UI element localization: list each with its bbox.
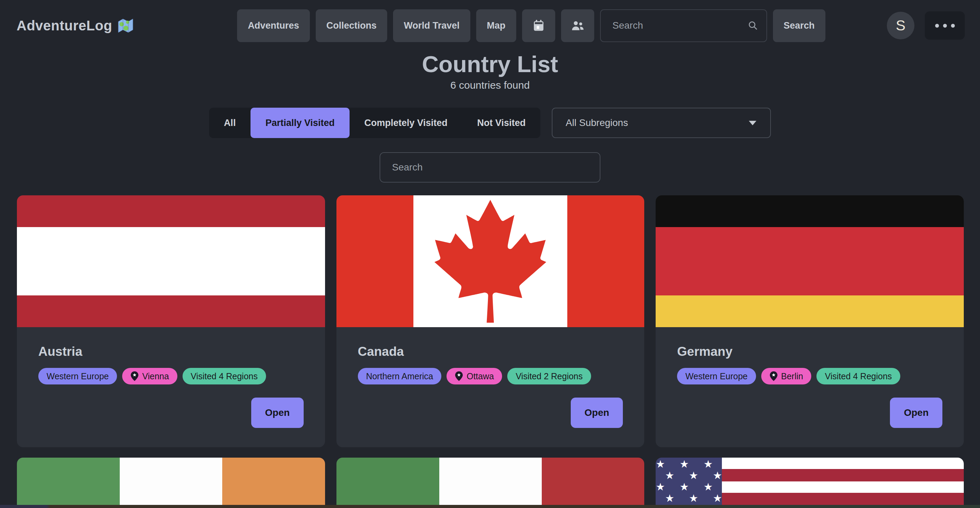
- visited-regions-badge-label: Visited 2 Regions: [515, 371, 582, 381]
- subregion-badge: Western Europe: [677, 368, 756, 384]
- flag-band: [17, 295, 325, 327]
- map-pin-icon: [770, 371, 778, 381]
- map-pin-icon: [455, 371, 463, 381]
- capital-badge-label: Berlin: [781, 371, 803, 381]
- tab-partially-visited[interactable]: Partially Visited: [251, 108, 350, 138]
- nav-item-world-travel[interactable]: World Travel: [393, 9, 470, 42]
- nav-menu: AdventuresCollectionsWorld TravelMap: [237, 9, 826, 42]
- maple-leaf-icon: [429, 198, 552, 325]
- country-grid: AustriaWestern EuropeViennaVisited 4 Reg…: [17, 195, 964, 508]
- flag-band: [17, 195, 325, 227]
- page-title: Country List: [0, 51, 980, 77]
- ireland-flag: [17, 458, 325, 508]
- country-card-canada: CanadaNorthern AmericaOttawaVisited 2 Re…: [336, 195, 644, 447]
- flag-band: [17, 227, 325, 296]
- results-count: 6 countries found: [0, 80, 980, 91]
- open-row: Open: [677, 398, 942, 428]
- flag-band: [17, 458, 120, 508]
- usa-flag: ★ ★ ★ ★ ★ ★★ ★ ★ ★ ★ ★★ ★ ★ ★ ★ ★★ ★ ★ ★…: [655, 458, 964, 508]
- calendar-icon: [533, 19, 544, 32]
- capital-badge: Vienna: [122, 368, 177, 384]
- open-button[interactable]: Open: [251, 398, 304, 428]
- nav-item-collections[interactable]: Collections: [316, 9, 388, 42]
- calendar-button[interactable]: [522, 9, 555, 42]
- brand[interactable]: AdventureLog: [17, 18, 134, 33]
- country-list-page: AdventureLog AdventuresCollectionsWorld …: [0, 0, 980, 508]
- ellipsis-icon: [935, 24, 955, 28]
- nav-item-map[interactable]: Map: [476, 9, 516, 42]
- capital-badge-label: Vienna: [142, 371, 169, 381]
- open-row: Open: [358, 398, 623, 428]
- country-search-row: [0, 152, 980, 183]
- visited-regions-badge: Visited 2 Regions: [507, 368, 591, 384]
- nav-item-adventures[interactable]: Adventures: [237, 9, 310, 42]
- subregion-select[interactable]: All Subregions: [552, 108, 771, 138]
- usa-stripes: [722, 458, 964, 508]
- users-icon: [571, 20, 584, 32]
- navbar-search-button[interactable]: Search: [773, 9, 826, 42]
- flag-band: [567, 195, 644, 327]
- capital-badge-label: Ottawa: [466, 371, 494, 381]
- flag-band: [120, 458, 222, 508]
- visited-regions-badge-label: Visited 4 Regions: [825, 371, 892, 381]
- austria-flag: [17, 195, 325, 327]
- badge-row: Western EuropeBerlinVisited 4 Regions: [677, 368, 942, 384]
- country-name: Canada: [358, 344, 623, 359]
- flag-band: [222, 458, 325, 508]
- overflow-menu-button[interactable]: [925, 11, 965, 40]
- filter-row: AllPartially VisitedCompletely VisitedNo…: [0, 108, 980, 138]
- country-search-input[interactable]: [380, 152, 600, 183]
- tab-completely-visited[interactable]: Completely Visited: [350, 108, 462, 138]
- card-body: AustriaWestern EuropeViennaVisited 4 Reg…: [17, 344, 325, 428]
- country-card-ireland-partial: [17, 458, 325, 508]
- tab-not-visited[interactable]: Not Visited: [462, 108, 541, 138]
- canada-flag: [336, 195, 644, 327]
- navbar-search-input[interactable]: [600, 9, 767, 42]
- country-card-usa-partial: ★ ★ ★ ★ ★ ★★ ★ ★ ★ ★ ★★ ★ ★ ★ ★ ★★ ★ ★ ★…: [655, 458, 964, 508]
- brand-title: AdventureLog: [17, 18, 112, 33]
- navbar-search: [600, 9, 767, 42]
- subregion-badge-label: Northern America: [366, 371, 433, 381]
- visited-regions-badge-label: Visited 4 Regions: [191, 371, 258, 381]
- navbar-right: S: [887, 11, 965, 40]
- users-button[interactable]: [561, 9, 594, 42]
- search-icon: [748, 21, 758, 31]
- open-button[interactable]: Open: [890, 398, 942, 428]
- map-pin-icon: [130, 371, 139, 381]
- open-button[interactable]: Open: [571, 398, 623, 428]
- visited-regions-badge: Visited 4 Regions: [183, 368, 266, 384]
- flag-band: [336, 458, 439, 508]
- subregion-badge-label: Western Europe: [685, 371, 748, 381]
- map-logo-icon: [118, 18, 134, 33]
- flag-band: [542, 458, 644, 508]
- tab-all[interactable]: All: [209, 108, 251, 138]
- subregion-badge: Northern America: [358, 368, 442, 384]
- germany-flag: [655, 195, 964, 327]
- italy-flag: [336, 458, 644, 508]
- badge-row: Western EuropeViennaVisited 4 Regions: [38, 368, 304, 384]
- country-name: Austria: [38, 344, 304, 359]
- flag-band: [439, 458, 542, 508]
- bottom-edge: [0, 505, 980, 508]
- country-card-austria: AustriaWestern EuropeViennaVisited 4 Reg…: [17, 195, 325, 447]
- country-card-germany: GermanyWestern EuropeBerlinVisited 4 Reg…: [655, 195, 964, 447]
- badge-row: Northern AmericaOttawaVisited 2 Regions: [358, 368, 623, 384]
- flag-band: [655, 295, 964, 327]
- subregion-badge-label: Western Europe: [46, 371, 109, 381]
- usa-canton: ★ ★ ★ ★ ★ ★★ ★ ★ ★ ★ ★★ ★ ★ ★ ★ ★★ ★ ★ ★…: [655, 458, 722, 508]
- open-row: Open: [38, 398, 304, 428]
- capital-badge: Ottawa: [447, 368, 502, 384]
- country-name: Germany: [677, 344, 942, 359]
- card-body: CanadaNorthern AmericaOttawaVisited 2 Re…: [336, 344, 644, 428]
- navbar: AdventureLog AdventuresCollectionsWorld …: [0, 0, 980, 51]
- subregion-badge: Western Europe: [38, 368, 117, 384]
- flag-band: [655, 227, 964, 296]
- subregion-select-value: All Subregions: [566, 117, 628, 128]
- card-body: GermanyWestern EuropeBerlinVisited 4 Reg…: [655, 344, 964, 428]
- flag-band: [336, 195, 414, 327]
- chevron-down-icon: [749, 121, 756, 125]
- capital-badge: Berlin: [761, 368, 811, 384]
- visited-regions-badge: Visited 4 Regions: [816, 368, 900, 384]
- country-card-italy-partial: [336, 458, 644, 508]
- avatar[interactable]: S: [887, 12, 915, 39]
